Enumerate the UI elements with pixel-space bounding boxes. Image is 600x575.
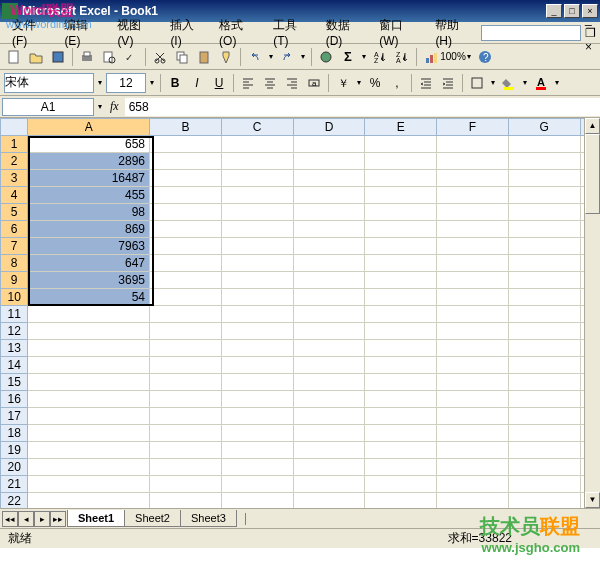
cell-D6[interactable]	[293, 221, 365, 238]
paste-button[interactable]	[194, 47, 214, 67]
cell-D16[interactable]	[293, 391, 365, 408]
row-header-4[interactable]: 4	[1, 187, 28, 204]
cell-C4[interactable]	[221, 187, 293, 204]
cell-B20[interactable]	[150, 459, 222, 476]
cell-B7[interactable]	[150, 238, 222, 255]
cell-F10[interactable]	[437, 289, 509, 306]
cell-A18[interactable]	[28, 425, 150, 442]
menu-insert[interactable]: 插入(I)	[162, 15, 211, 50]
cell-C17[interactable]	[221, 408, 293, 425]
cell-A21[interactable]	[28, 476, 150, 493]
print-button[interactable]	[77, 47, 97, 67]
tab-prev-button[interactable]: ◂	[18, 511, 34, 527]
cell-D13[interactable]	[293, 340, 365, 357]
row-header-3[interactable]: 3	[1, 170, 28, 187]
cell-B19[interactable]	[150, 442, 222, 459]
cell-D3[interactable]	[293, 170, 365, 187]
cell-A4[interactable]: 455	[28, 187, 150, 204]
cell-F6[interactable]	[437, 221, 509, 238]
cell-C6[interactable]	[221, 221, 293, 238]
cell-F3[interactable]	[437, 170, 509, 187]
cell-F7[interactable]	[437, 238, 509, 255]
menu-view[interactable]: 视图(V)	[109, 15, 162, 50]
doc-minimize-button[interactable]: _	[585, 12, 596, 26]
name-box-dropdown[interactable]: ▾	[96, 102, 104, 111]
currency-dropdown[interactable]: ▾	[355, 78, 363, 87]
help-search-input[interactable]	[481, 25, 581, 41]
cell-E10[interactable]	[365, 289, 437, 306]
doc-restore-button[interactable]: ❐	[585, 26, 596, 40]
cell-C5[interactable]	[221, 204, 293, 221]
cell-B22[interactable]	[150, 493, 222, 509]
col-header-E[interactable]: E	[365, 119, 437, 136]
open-button[interactable]	[26, 47, 46, 67]
vertical-scrollbar[interactable]: ▲ ▼	[584, 118, 600, 508]
hyperlink-button[interactable]	[316, 47, 336, 67]
col-header-G[interactable]: G	[508, 119, 580, 136]
cell-F17[interactable]	[437, 408, 509, 425]
size-dropdown[interactable]: ▾	[148, 78, 156, 87]
col-header-D[interactable]: D	[293, 119, 365, 136]
col-header-F[interactable]: F	[437, 119, 509, 136]
cell-E2[interactable]	[365, 153, 437, 170]
cell-E20[interactable]	[365, 459, 437, 476]
cell-C11[interactable]	[221, 306, 293, 323]
menu-file[interactable]: 文件(F)	[4, 15, 56, 50]
cell-A1[interactable]: 658	[28, 136, 150, 153]
font-select[interactable]	[4, 73, 94, 93]
italic-button[interactable]: I	[187, 73, 207, 93]
cell-B13[interactable]	[150, 340, 222, 357]
redo-dropdown[interactable]: ▾	[299, 52, 307, 61]
cell-F19[interactable]	[437, 442, 509, 459]
undo-button[interactable]	[245, 47, 265, 67]
cell-C20[interactable]	[221, 459, 293, 476]
font-dropdown[interactable]: ▾	[96, 78, 104, 87]
cell-F11[interactable]	[437, 306, 509, 323]
cell-F5[interactable]	[437, 204, 509, 221]
cell-C22[interactable]	[221, 493, 293, 509]
minimize-button[interactable]: _	[546, 4, 562, 18]
row-header-7[interactable]: 7	[1, 238, 28, 255]
cell-G7[interactable]	[508, 238, 580, 255]
scroll-thumb[interactable]	[585, 134, 600, 214]
cell-G11[interactable]	[508, 306, 580, 323]
cell-F1[interactable]	[437, 136, 509, 153]
redo-button[interactable]	[277, 47, 297, 67]
cell-D7[interactable]	[293, 238, 365, 255]
cell-F12[interactable]	[437, 323, 509, 340]
horizontal-scrollbar[interactable]	[245, 513, 600, 525]
font-color-button[interactable]: A	[531, 73, 551, 93]
autosum-button[interactable]: Σ	[338, 47, 358, 67]
cell-F22[interactable]	[437, 493, 509, 509]
cell-F16[interactable]	[437, 391, 509, 408]
cell-C10[interactable]	[221, 289, 293, 306]
cell-C7[interactable]	[221, 238, 293, 255]
cell-E6[interactable]	[365, 221, 437, 238]
cell-A20[interactable]	[28, 459, 150, 476]
cell-B11[interactable]	[150, 306, 222, 323]
maximize-button[interactable]: □	[564, 4, 580, 18]
cell-B12[interactable]	[150, 323, 222, 340]
cell-G8[interactable]	[508, 255, 580, 272]
cell-G13[interactable]	[508, 340, 580, 357]
undo-dropdown[interactable]: ▾	[267, 52, 275, 61]
cell-G4[interactable]	[508, 187, 580, 204]
cell-E1[interactable]	[365, 136, 437, 153]
cell-D11[interactable]	[293, 306, 365, 323]
cell-E17[interactable]	[365, 408, 437, 425]
col-header-C[interactable]: C	[221, 119, 293, 136]
cell-D9[interactable]	[293, 272, 365, 289]
cell-G15[interactable]	[508, 374, 580, 391]
doc-close-button[interactable]: ×	[585, 40, 596, 54]
comma-button[interactable]: ,	[387, 73, 407, 93]
row-header-9[interactable]: 9	[1, 272, 28, 289]
row-header-10[interactable]: 10	[1, 289, 28, 306]
cell-D22[interactable]	[293, 493, 365, 509]
cell-F4[interactable]	[437, 187, 509, 204]
spreadsheet-grid[interactable]: A B C D E F G 16582289631648744555986869…	[0, 118, 600, 508]
cell-F15[interactable]	[437, 374, 509, 391]
cell-C8[interactable]	[221, 255, 293, 272]
cell-E22[interactable]	[365, 493, 437, 509]
fill-dropdown[interactable]: ▾	[521, 78, 529, 87]
merge-button[interactable]: a	[304, 73, 324, 93]
